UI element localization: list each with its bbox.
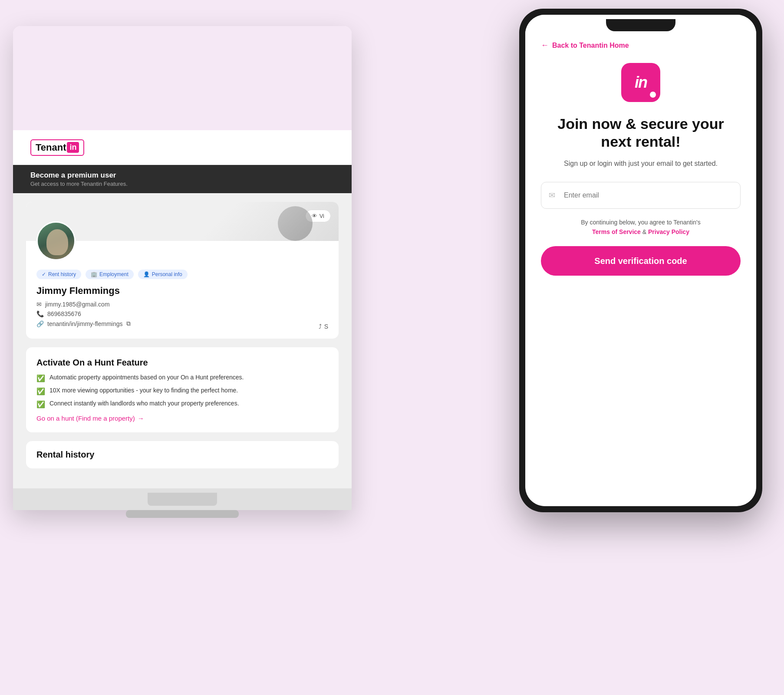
hunt-title: Activate On a Hunt Feature — [36, 358, 328, 368]
hunt-item-2: ✅ 10X more viewing opportunities - your … — [36, 387, 328, 395]
hunt-item-2-text: 10X more viewing opportunities - your ke… — [49, 387, 238, 394]
share-row[interactable]: ⤴ S — [319, 323, 328, 330]
email-input[interactable] — [541, 182, 741, 209]
terms-and: & — [642, 228, 648, 235]
logo-text: Tenant — [36, 142, 66, 153]
profile-phone: 📞 8696835676 — [36, 310, 328, 317]
phone-inner: ← Back to Tenantin Home in Join now & se… — [525, 15, 756, 506]
terms-before-text: By continuing below, you agree to Tenant… — [581, 219, 701, 226]
phone-headline: Join now & secure your next rental! — [541, 115, 741, 151]
email-input-wrap: ✉ — [541, 182, 741, 209]
check-circle-icon-1: ✅ — [36, 374, 45, 382]
phone-value: 8696835676 — [47, 310, 81, 317]
avatar — [36, 221, 76, 260]
monitor-stand — [148, 493, 217, 506]
hunt-cta-link[interactable]: Go on a hunt (Find me a property) → — [36, 415, 328, 422]
copy-icon[interactable]: ⧉ — [126, 320, 131, 327]
building-icon: 🏢 — [91, 271, 97, 277]
eye-icon: 👁 — [312, 213, 317, 219]
rental-section: Rental history — [26, 441, 339, 468]
profile-email: ✉ jimmy.1985@gmail.com — [36, 301, 328, 308]
tab-rent-history[interactable]: ✓ Rent history — [36, 270, 81, 279]
desktop-top-bar — [13, 26, 352, 130]
check-icon: ✓ — [42, 271, 46, 277]
back-link[interactable]: ← Back to Tenantin Home — [541, 41, 741, 50]
monitor-base-area — [13, 510, 352, 518]
tab-employment[interactable]: 🏢 Employment — [86, 270, 134, 279]
phone-logo-area: in — [541, 63, 741, 102]
phone-notch — [606, 19, 675, 31]
tab-rent-history-label: Rent history — [48, 271, 76, 277]
phone-logo-dot — [650, 92, 656, 98]
phone-subtext: Sign up or login with just your email to… — [541, 158, 741, 169]
hunt-card: Activate On a Hunt Feature ✅ Automatic p… — [26, 347, 339, 432]
premium-banner-title: Become a premium user — [30, 171, 334, 180]
premium-banner-subtitle: Get access to more Tenantin Features. — [30, 181, 334, 187]
premium-banner: Become a premium user Get access to more… — [13, 165, 352, 193]
logo-badge: in — [67, 142, 79, 153]
monitor-base — [126, 510, 239, 518]
back-arrow-icon: ← — [541, 41, 549, 50]
email-icon: ✉ — [36, 301, 42, 308]
desktop-content: 👁 Vi ✓ Rent history — [13, 193, 352, 488]
phone-icon: 📞 — [36, 310, 44, 317]
profile-link: 🔗 tenantin/in/jimmy-flemmings ⧉ — [36, 320, 328, 327]
link-icon: 🔗 — [36, 320, 44, 327]
arrow-right-icon: → — [138, 415, 144, 422]
view-label: Vi — [320, 213, 324, 219]
hunt-item-1: ✅ Automatic property appointments based … — [36, 374, 328, 382]
terms-text: By continuing below, you agree to Tenant… — [541, 217, 741, 237]
email-value: jimmy.1985@gmail.com — [45, 301, 110, 308]
view-button[interactable]: 👁 Vi — [305, 210, 331, 222]
desktop-nav: Tenant in — [13, 130, 352, 165]
check-circle-icon-3: ✅ — [36, 400, 45, 408]
phone-content: ← Back to Tenantin Home in Join now & se… — [525, 36, 756, 506]
email-field-icon: ✉ — [549, 191, 555, 200]
hunt-item-1-text: Automatic property appointments based on… — [49, 374, 244, 381]
phone-logo: in — [621, 63, 660, 102]
privacy-policy-link[interactable]: Privacy Policy — [648, 228, 689, 235]
monitor-stand-area — [13, 488, 352, 510]
share-label: S — [324, 323, 328, 330]
back-link-text: Back to Tenantin Home — [552, 42, 629, 49]
phone-mockup: ← Back to Tenantin Home in Join now & se… — [519, 9, 762, 512]
tab-employment-label: Employment — [99, 271, 128, 277]
link-value: tenantin/in/jimmy-flemmings — [47, 320, 123, 327]
profile-info: ✓ Rent history 🏢 Employment 👤 Personal i… — [26, 241, 339, 339]
logo-box: Tenant in — [30, 139, 84, 156]
avatar-wrap — [36, 221, 76, 260]
phone-notch-area — [525, 15, 756, 36]
share-icon: ⤴ — [319, 323, 322, 330]
send-verification-button[interactable]: Send verification code — [541, 246, 741, 276]
hunt-cta-text: Go on a hunt (Find me a property) — [36, 415, 135, 422]
phone-logo-in-text: in — [635, 73, 647, 92]
hunt-item-3-text: Connect instantly with landlords who mat… — [49, 400, 239, 407]
desktop-mockup: Tenant in Become a premium user Get acce… — [13, 26, 352, 518]
logo: Tenant in — [30, 139, 84, 156]
profile-tabs: ✓ Rent history 🏢 Employment 👤 Personal i… — [36, 270, 328, 279]
person-icon: 👤 — [143, 271, 150, 277]
terms-of-service-link[interactable]: Terms of Service — [592, 228, 641, 235]
check-circle-icon-2: ✅ — [36, 387, 45, 395]
profile-card: 👁 Vi ✓ Rent history — [26, 202, 339, 339]
rental-title: Rental history — [36, 450, 328, 460]
profile-name: Jimmy Flemmings — [36, 285, 328, 296]
avatar-image — [38, 223, 74, 259]
tab-personal-label: Personal info — [152, 271, 182, 277]
desktop-body: Tenant in Become a premium user Get acce… — [13, 26, 352, 510]
tab-personal-info[interactable]: 👤 Personal info — [138, 270, 188, 279]
hunt-item-3: ✅ Connect instantly with landlords who m… — [36, 400, 328, 408]
